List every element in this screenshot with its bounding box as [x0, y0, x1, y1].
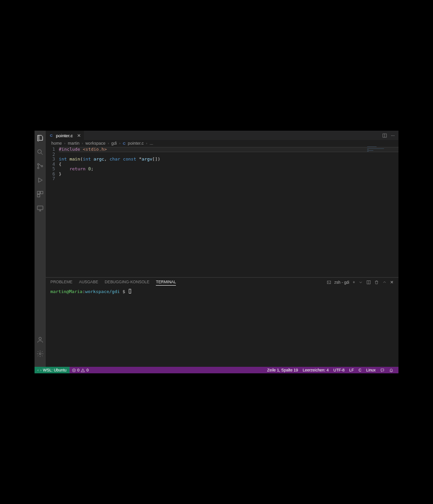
tab-bar: C pointer.c ✕ ··· — [46, 131, 398, 140]
chevron-right-icon: › — [108, 141, 109, 146]
tab-debug-console[interactable]: DEBUGGING-KONSOLE — [105, 280, 149, 285]
line-number-gutter: 1 2 3 4 5 6 7 — [46, 147, 59, 277]
svg-rect-4 — [37, 191, 40, 194]
remote-explorer-icon[interactable] — [36, 204, 44, 212]
maximize-panel-icon[interactable] — [382, 280, 387, 285]
svg-point-1 — [37, 163, 39, 165]
split-editor-icon[interactable] — [382, 133, 387, 138]
tab-problems[interactable]: PROBLEME — [50, 280, 72, 285]
status-os[interactable]: Linux — [364, 368, 378, 372]
svg-point-2 — [37, 167, 39, 168]
close-tab-icon[interactable]: ✕ — [77, 133, 81, 138]
settings-gear-icon[interactable] — [36, 350, 44, 357]
svg-point-0 — [38, 150, 42, 154]
activity-bar — [35, 131, 46, 367]
breadcrumb-segment[interactable]: workspace — [85, 141, 105, 146]
chevron-right-icon: › — [146, 141, 147, 146]
status-language[interactable]: C — [356, 368, 364, 372]
feedback-icon — [380, 368, 384, 372]
chevron-right-icon: › — [82, 141, 83, 146]
close-panel-icon[interactable]: ✕ — [390, 280, 394, 285]
code-content[interactable]: #include <stdio.h> int main(int argc, ch… — [59, 147, 398, 277]
status-bar: WSL: Ubuntu 0 0 Zeile 1, Spalte 19 Leerz… — [35, 367, 398, 373]
breadcrumbs[interactable]: home › martin › workspace › gdi › C poin… — [46, 140, 398, 147]
status-encoding[interactable]: UTF-8 — [331, 368, 347, 372]
terminal-dropdown-icon[interactable] — [358, 280, 363, 285]
c-language-icon: C — [49, 133, 54, 138]
main-area: C pointer.c ✕ ··· home › martin › worksp… — [35, 131, 398, 367]
terminal-profile-icon[interactable] — [327, 280, 331, 285]
terminal-cursor — [129, 289, 131, 294]
chevron-right-icon: › — [119, 141, 121, 146]
breadcrumb-tail[interactable]: ... — [150, 141, 154, 146]
status-eol[interactable]: LF — [347, 368, 356, 372]
tab-output[interactable]: AUSGABE — [79, 280, 98, 285]
chevron-right-icon: › — [64, 141, 66, 146]
terminal-content[interactable]: martin@Maria:workspace/gdi $ — [46, 287, 398, 367]
extensions-icon[interactable] — [36, 190, 44, 198]
more-actions-icon[interactable]: ··· — [391, 133, 395, 138]
svg-rect-11 — [327, 281, 331, 284]
remote-icon — [37, 368, 42, 372]
terminal-name[interactable]: zsh - gdi — [335, 280, 349, 285]
status-notifications-icon[interactable] — [387, 368, 396, 372]
source-control-icon[interactable] — [36, 162, 44, 170]
tab-terminal[interactable]: TERMINAL — [156, 280, 176, 286]
svg-point-9 — [39, 353, 41, 355]
panel-tab-bar: PROBLEME AUSGABE DEBUGGING-KONSOLE TERMI… — [46, 278, 398, 287]
warning-icon — [81, 368, 85, 372]
explorer-icon[interactable] — [36, 134, 44, 142]
svg-point-3 — [41, 165, 42, 167]
status-feedback-icon[interactable] — [378, 368, 387, 372]
split-terminal-icon[interactable] — [366, 280, 371, 285]
code-editor[interactable]: 1 2 3 4 5 6 7 #include <stdio.h> int mai… — [46, 147, 398, 277]
file-tab[interactable]: C pointer.c ✕ — [46, 131, 84, 140]
status-indentation[interactable]: Leerzeichen: 4 — [300, 368, 331, 372]
c-language-icon: C — [123, 141, 126, 146]
run-debug-icon[interactable] — [36, 176, 44, 184]
breadcrumb-segment[interactable]: home — [51, 141, 62, 146]
accounts-icon[interactable] — [36, 336, 44, 343]
search-icon[interactable] — [36, 148, 44, 156]
svg-rect-7 — [37, 206, 43, 210]
vscode-window: C pointer.c ✕ ··· home › martin › worksp… — [35, 131, 398, 373]
breadcrumb-file[interactable]: pointer.c — [128, 141, 144, 146]
bottom-panel: PROBLEME AUSGABE DEBUGGING-KONSOLE TERMI… — [46, 277, 398, 367]
new-terminal-icon[interactable]: + — [353, 280, 355, 285]
breadcrumb-segment[interactable]: gdi — [112, 141, 117, 146]
bell-icon — [389, 368, 393, 372]
svg-rect-5 — [41, 191, 43, 194]
svg-rect-6 — [37, 195, 40, 197]
svg-point-8 — [39, 337, 41, 340]
status-cursor-position[interactable]: Zeile 1, Spalte 19 — [265, 368, 300, 372]
remote-indicator[interactable]: WSL: Ubuntu — [35, 367, 70, 373]
error-icon — [72, 368, 76, 372]
editor-column: C pointer.c ✕ ··· home › martin › worksp… — [46, 131, 398, 367]
status-problems[interactable]: 0 0 — [70, 368, 91, 372]
breadcrumb-segment[interactable]: martin — [68, 141, 79, 146]
kill-terminal-icon[interactable] — [374, 280, 379, 285]
tab-filename: pointer.c — [56, 133, 73, 138]
